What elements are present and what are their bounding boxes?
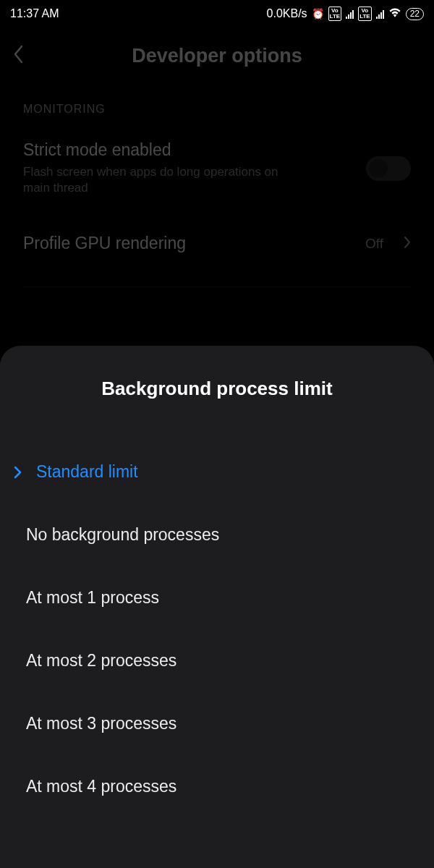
wifi-icon [388,7,401,20]
alarm-icon: ⏰ [312,8,324,20]
profile-gpu-row[interactable]: Profile GPU rendering Off [0,215,434,272]
signal-icon-2 [376,9,384,19]
signal-icon-1 [346,9,354,19]
background-content: Developer options MONITORING Strict mode… [0,27,434,287]
status-right: 0.0KB/s ⏰ VoLTE VoLTE 22 [267,7,424,21]
strict-mode-toggle[interactable] [366,156,411,181]
volte-icon-2: VoLTE [358,7,372,21]
battery-icon: 22 [406,8,424,20]
profile-gpu-value: Off [365,236,383,252]
chevron-right-icon [396,236,411,252]
status-time: 11:37 AM [10,7,59,20]
app-header: Developer options [0,27,434,84]
option-label: At most 1 process [26,588,159,608]
status-netspeed: 0.0KB/s [267,7,307,20]
chevron-right-icon [10,465,26,480]
option-at-most-1[interactable]: At most 1 process [0,566,434,629]
profile-gpu-title: Profile GPU rendering [23,234,352,253]
option-at-most-4[interactable]: At most 4 processes [0,755,434,818]
option-no-background[interactable]: No background processes [0,503,434,566]
option-standard-limit[interactable]: Standard limit [0,441,434,503]
option-at-most-2[interactable]: At most 2 processes [0,629,434,692]
option-label: At most 4 processes [26,777,176,796]
strict-mode-subtitle: Flash screen when apps do long operation… [23,164,298,196]
page-title: Developer options [13,45,421,67]
section-heading: MONITORING [0,84,434,122]
option-label: At most 2 processes [26,651,176,671]
sheet-title: Background process limit [0,378,434,400]
divider [23,286,411,287]
strict-mode-title: Strict mode enabled [23,140,353,160]
option-label: At most 3 processes [26,714,176,733]
sheet-options: Standard limit No background processes A… [0,441,434,818]
option-label: Standard limit [36,462,138,482]
bottom-sheet: Background process limit Standard limit … [0,346,434,868]
strict-mode-row[interactable]: Strict mode enabled Flash screen when ap… [0,122,434,215]
option-label: No background processes [26,525,219,545]
option-at-most-3[interactable]: At most 3 processes [0,692,434,755]
volte-icon-1: VoLTE [328,7,342,21]
status-bar: 11:37 AM 0.0KB/s ⏰ VoLTE VoLTE 22 [0,0,434,27]
